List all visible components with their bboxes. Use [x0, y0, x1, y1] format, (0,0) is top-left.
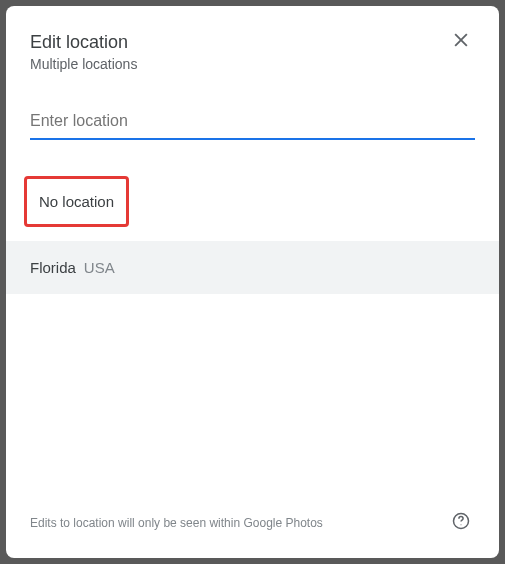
dialog-header: Edit location Multiple locations [6, 6, 499, 80]
edit-location-dialog: Edit location Multiple locations No loca… [6, 6, 499, 558]
header-text: Edit location Multiple locations [30, 30, 137, 72]
close-button[interactable] [447, 26, 475, 57]
location-input[interactable] [30, 108, 475, 134]
option-primary: Florida [30, 259, 76, 276]
dialog-footer: Edits to location will only be seen with… [6, 491, 499, 558]
option-no-location[interactable]: No location [24, 176, 129, 227]
dialog-title: Edit location [30, 30, 137, 54]
spacer [6, 294, 499, 491]
input-section [6, 80, 499, 140]
help-icon [451, 511, 471, 534]
svg-point-3 [461, 524, 462, 525]
options-gap [6, 227, 499, 241]
input-container [30, 108, 475, 140]
help-button[interactable] [447, 507, 475, 538]
footer-note: Edits to location will only be seen with… [30, 516, 323, 530]
option-secondary: USA [84, 259, 115, 276]
options-list: No location FloridaUSA [6, 176, 499, 294]
close-icon [451, 30, 471, 53]
option-label: No location [39, 193, 114, 210]
option-suggestion[interactable]: FloridaUSA [6, 241, 499, 294]
dialog-subtitle: Multiple locations [30, 56, 137, 72]
